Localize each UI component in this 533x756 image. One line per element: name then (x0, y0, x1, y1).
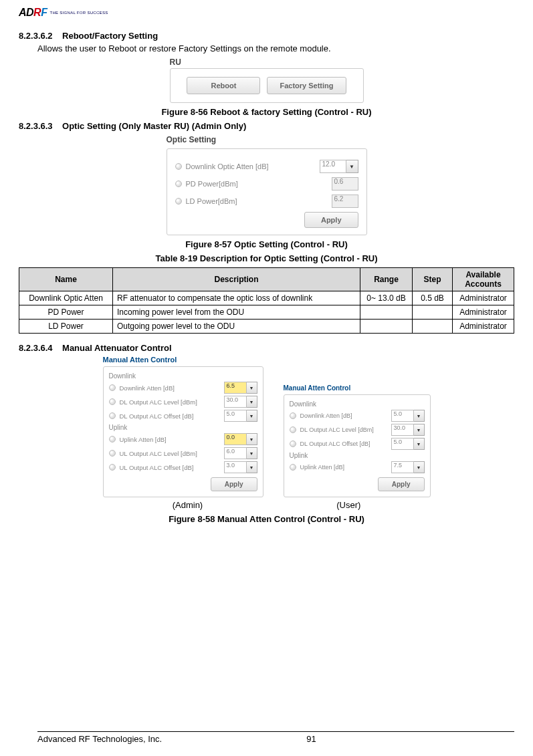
manual-atten-admin: Manual Atten Control Downlink Downlink A… (103, 356, 263, 497)
td: Outgoing power level to the ODU (113, 320, 360, 334)
dropdown-arrow-icon[interactable]: ▼ (247, 433, 257, 445)
row-dl-alc-offset: DL Output ALC Offset [dB] 5.0▼ (109, 410, 257, 422)
row-dl-atten: Downlink Atten [dB] 6.5▼ (109, 382, 257, 394)
table-row: Downlink Optic Atten RF attenuator to co… (19, 291, 514, 305)
dl-atten-input[interactable]: 6.5 (224, 382, 247, 394)
panel-body: Downlink Downlink Atten [dB] 6.5▼ DL Out… (103, 366, 263, 497)
factory-setting-button[interactable]: Factory Setting (267, 77, 346, 94)
ul-atten-input[interactable]: 7.5 (391, 461, 414, 473)
td: RF attenuator to compensate the optic lo… (113, 291, 360, 305)
td (360, 305, 413, 320)
field-label: LD Power[dBm] (186, 197, 332, 205)
dl-alc-level-input[interactable]: 30.0 (224, 396, 247, 408)
dl-atten-input[interactable]: 5.0 (391, 410, 414, 422)
dropdown-arrow-icon[interactable]: ▼ (247, 410, 257, 422)
optic-panel-title: Optic Setting (167, 134, 367, 148)
field-label: UL Output ALC Level [dBm] (120, 450, 224, 457)
footer: Advanced RF Technologies, Inc. 91 (37, 731, 514, 744)
logo-r: R (33, 7, 41, 18)
dl-alc-level-input[interactable]: 30.0 (391, 424, 414, 436)
field-label: Downlink Optic Atten [dB] (186, 162, 320, 170)
bullet-icon (290, 464, 296, 471)
uplink-header: Uplink (109, 424, 257, 431)
optic-row-pd-power: PD Power[dBm] 0.6 (175, 177, 358, 191)
bullet-icon (109, 436, 116, 443)
table-row: LD Power Outgoing power level to the ODU… (19, 320, 514, 334)
optic-panel: Optic Setting Downlink Optic Atten [dB] … (167, 134, 367, 235)
field-label: DL Output ALC Level [dBm] (120, 398, 224, 406)
section-num: 8.2.3.6.3 (19, 121, 53, 131)
table-row: PD Power Incoming power level from the O… (19, 305, 514, 320)
td: Administrator (453, 320, 514, 334)
figure-caption-58: Figure 8-58 Manual Atten Control (Contro… (19, 514, 514, 524)
optic-panel-body: Downlink Optic Atten [dB] 12.0 ▼ PD Powe… (167, 148, 367, 235)
dropdown-arrow-icon[interactable]: ▼ (414, 410, 425, 422)
pd-power-input: 0.6 (332, 177, 358, 191)
logo-f: F (41, 7, 47, 18)
td (413, 305, 453, 320)
section-reboot-heading: 8.2.3.6.2 Reboot/Factory Setting (19, 31, 514, 41)
manual-atten-user: Manual Atten Control Downlink Downlink A… (284, 384, 431, 497)
td (413, 320, 453, 334)
dropdown-arrow-icon[interactable]: ▼ (414, 438, 425, 450)
row-dl-alc-offset: DL Output ALC Offset [dB] 5.0▼ (290, 438, 425, 450)
field-label: Uplink Atten [dB] (120, 436, 224, 443)
downlink-header: Downlink (290, 400, 425, 408)
optic-row-ld-power: LD Power[dBm] 6.2 (175, 195, 358, 208)
section-manual-atten-heading: 8.2.3.6.4 Manual Attenuator Control (19, 343, 514, 353)
bullet-icon (290, 440, 296, 447)
section-title: Manual Attenuator Control (62, 343, 171, 353)
apply-button[interactable]: Apply (211, 477, 257, 491)
dl-alc-offset-input[interactable]: 5.0 (391, 438, 414, 450)
field-label: Downlink Atten [dB] (120, 384, 224, 392)
ul-alc-offset-input[interactable]: 3.0 (224, 461, 247, 473)
footer-company: Advanced RF Technologies, Inc. (37, 734, 162, 744)
dropdown-arrow-icon[interactable]: ▼ (414, 461, 425, 473)
uplink-header: Uplink (290, 452, 425, 459)
th-step: Step (413, 268, 453, 291)
section-num: 8.2.3.6.2 (19, 31, 53, 41)
bullet-icon (290, 412, 296, 419)
td: PD Power (19, 305, 113, 320)
apply-button[interactable]: Apply (304, 212, 358, 228)
field-label: UL Output ALC Offset [dB] (120, 464, 224, 471)
td (360, 320, 413, 334)
dropdown-arrow-icon[interactable]: ▼ (247, 447, 257, 459)
field-label: Downlink Atten [dB] (300, 412, 391, 419)
bullet-icon (109, 450, 116, 457)
bullet-icon (109, 412, 116, 419)
ul-alc-level-input[interactable]: 6.0 (224, 447, 247, 459)
logo-text: ADRF (19, 7, 47, 19)
downlink-optic-atten-input[interactable]: 12.0 (320, 160, 346, 173)
dropdown-arrow-icon[interactable]: ▼ (247, 396, 257, 408)
dl-alc-offset-input[interactable]: 5.0 (224, 410, 247, 422)
bullet-icon (175, 180, 182, 187)
dropdown-arrow-icon[interactable]: ▼ (247, 461, 257, 473)
dropdown-arrow-icon[interactable]: ▼ (346, 160, 358, 173)
dropdown-arrow-icon[interactable]: ▼ (247, 382, 257, 394)
ru-panel-title: RU (170, 56, 364, 68)
row-ul-atten: Uplink Atten [dB] 0.0▼ (109, 433, 257, 445)
dropdown-arrow-icon[interactable]: ▼ (414, 424, 425, 436)
panel-title: Manual Atten Control (284, 384, 431, 394)
ul-atten-input[interactable]: 0.0 (224, 433, 247, 445)
ru-panel-body: Reboot Factory Setting (170, 68, 364, 103)
field-label: DL Output ALC Level [dBm] (300, 426, 391, 433)
figure-caption-56: Figure 8-56 Reboot & factory Setting (Co… (19, 107, 514, 117)
optic-row-downlink-atten: Downlink Optic Atten [dB] 12.0 ▼ (175, 160, 358, 173)
admin-role-label: (Admin) (173, 500, 203, 510)
user-role-label: (User) (336, 500, 360, 510)
section-reboot-desc: Allows the user to Reboot or restore Fac… (37, 43, 514, 53)
apply-button[interactable]: Apply (378, 477, 425, 491)
td: Downlink Optic Atten (19, 291, 113, 305)
reboot-button[interactable]: Reboot (187, 77, 260, 94)
figure-caption-57: Figure 8-57 Optic Setting (Control - RU) (19, 239, 514, 249)
field-label: PD Power[dBm] (186, 180, 332, 188)
row-ul-alc-level: UL Output ALC Level [dBm] 6.0▼ (109, 447, 257, 459)
th-description: Description (113, 268, 360, 291)
downlink-header: Downlink (109, 372, 257, 380)
td: Administrator (453, 305, 514, 320)
ru-panel: RU Reboot Factory Setting (170, 56, 364, 103)
bullet-icon (109, 464, 116, 471)
td: 0.5 dB (413, 291, 453, 305)
